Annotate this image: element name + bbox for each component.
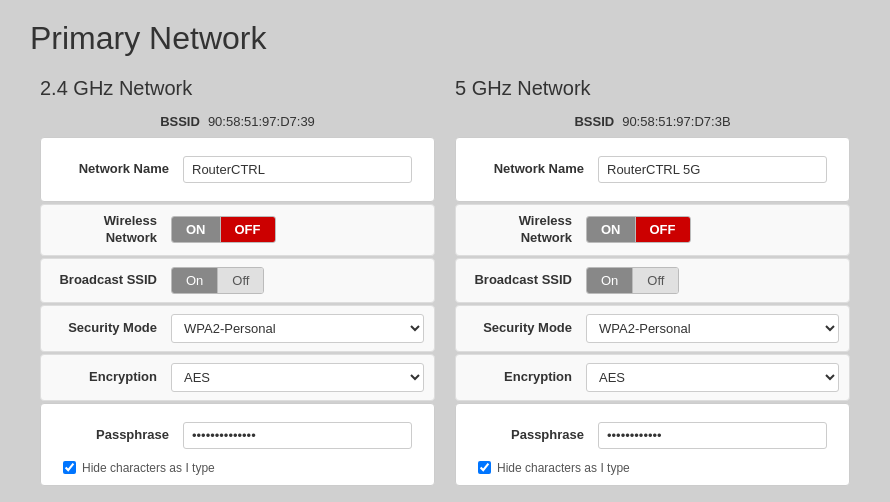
network-24-passphrase-input[interactable] [183, 422, 412, 449]
network-5-hide-chars-label: Hide characters as I type [497, 461, 630, 475]
network-24-passphrase-row: Passphrase [53, 414, 422, 457]
network-5-broadcast-toggle: On Off [586, 267, 679, 294]
network-24-broadcast-control: On Off [171, 267, 424, 294]
network-5-wireless-row: Wireless Network ON OFF [455, 204, 850, 256]
network-24-wireless-label: Wireless Network [51, 213, 171, 247]
network-5-bssid-value: 90:58:51:97:D7:3B [622, 114, 730, 129]
network-24-name-input[interactable] [183, 156, 412, 183]
network-5-heading: 5 GHz Network [455, 77, 850, 100]
network-24-wireless-off-btn[interactable]: OFF [221, 217, 275, 242]
network-5-security-control: WPA2-Personal WPA-Personal WEP None [586, 314, 839, 343]
network-24-wireless-control: ON OFF [171, 216, 424, 243]
network-24-wireless-toggle: ON OFF [171, 216, 276, 243]
network-5-name-card: Network Name [455, 137, 850, 202]
network-24-broadcast-off-btn[interactable]: Off [218, 268, 263, 293]
network-24-encryption-label: Encryption [51, 369, 171, 386]
network-24-bssid-value: 90:58:51:97:D7:39 [208, 114, 315, 129]
network-24-bssid-label: BSSID [160, 114, 200, 129]
network-5-encryption-label: Encryption [466, 369, 586, 386]
network-5-security-row: Security Mode WPA2-Personal WPA-Personal… [455, 305, 850, 352]
network-5-name-row: Network Name [468, 148, 837, 191]
network-24-heading: 2.4 GHz Network [40, 77, 435, 100]
network-24-passphrase-control [183, 422, 412, 449]
network-24-encryption-row: Encryption AES TKIP AES+TKIP [40, 354, 435, 401]
network-24-hide-chars-checkbox[interactable] [63, 461, 76, 474]
network-24-broadcast-toggle: On Off [171, 267, 264, 294]
network-5-name-label: Network Name [478, 161, 598, 178]
network-24-security-row: Security Mode WPA2-Personal WPA-Personal… [40, 305, 435, 352]
network-5-passphrase-control [598, 422, 827, 449]
network-5-name-control [598, 156, 827, 183]
network-24-security-label: Security Mode [51, 320, 171, 337]
network-5-security-select[interactable]: WPA2-Personal WPA-Personal WEP None [586, 314, 839, 343]
network-24-passphrase-label: Passphrase [63, 427, 183, 444]
network-5-wireless-control: ON OFF [586, 216, 839, 243]
network-5-bssid-row: BSSID 90:58:51:97:D7:3B [455, 114, 850, 129]
network-24-broadcast-row: Broadcast SSID On Off [40, 258, 435, 303]
network-24-encryption-select[interactable]: AES TKIP AES+TKIP [171, 363, 424, 392]
network-24-name-control [183, 156, 412, 183]
network-5-hide-chars-checkbox[interactable] [478, 461, 491, 474]
network-24-name-card: Network Name [40, 137, 435, 202]
network-24-passphrase-card: Passphrase Hide characters as I type [40, 403, 435, 486]
network-5-encryption-row: Encryption AES TKIP AES+TKIP [455, 354, 850, 401]
network-5-bssid-label: BSSID [574, 114, 614, 129]
network-24-section: 2.4 GHz Network BSSID 90:58:51:97:D7:39 … [30, 77, 445, 486]
network-5-broadcast-on-btn[interactable]: On [587, 268, 632, 293]
network-5-broadcast-control: On Off [586, 267, 839, 294]
network-5-hide-chars-row: Hide characters as I type [468, 461, 837, 475]
network-5-wireless-on-btn[interactable]: ON [587, 217, 635, 242]
network-24-hide-chars-row: Hide characters as I type [53, 461, 422, 475]
network-24-broadcast-on-btn[interactable]: On [172, 268, 217, 293]
network-5-passphrase-card: Passphrase Hide characters as I type [455, 403, 850, 486]
network-24-bssid-row: BSSID 90:58:51:97:D7:39 [40, 114, 435, 129]
network-5-section: 5 GHz Network BSSID 90:58:51:97:D7:3B Ne… [445, 77, 860, 486]
network-24-encryption-control: AES TKIP AES+TKIP [171, 363, 424, 392]
network-5-wireless-toggle: ON OFF [586, 216, 691, 243]
network-5-encryption-control: AES TKIP AES+TKIP [586, 363, 839, 392]
network-24-security-control: WPA2-Personal WPA-Personal WEP None [171, 314, 424, 343]
network-5-broadcast-label: Broadcast SSID [466, 272, 586, 289]
network-5-passphrase-input[interactable] [598, 422, 827, 449]
network-5-broadcast-row: Broadcast SSID On Off [455, 258, 850, 303]
network-24-wireless-on-btn[interactable]: ON [172, 217, 220, 242]
network-24-security-select[interactable]: WPA2-Personal WPA-Personal WEP None [171, 314, 424, 343]
network-5-name-input[interactable] [598, 156, 827, 183]
network-5-passphrase-label: Passphrase [478, 427, 598, 444]
network-24-name-row: Network Name [53, 148, 422, 191]
network-5-security-label: Security Mode [466, 320, 586, 337]
network-5-encryption-select[interactable]: AES TKIP AES+TKIP [586, 363, 839, 392]
network-24-wireless-row: Wireless Network ON OFF [40, 204, 435, 256]
network-24-hide-chars-label: Hide characters as I type [82, 461, 215, 475]
network-24-broadcast-label: Broadcast SSID [51, 272, 171, 289]
network-24-name-label: Network Name [63, 161, 183, 178]
network-5-wireless-off-btn[interactable]: OFF [636, 217, 690, 242]
networks-container: 2.4 GHz Network BSSID 90:58:51:97:D7:39 … [30, 77, 860, 486]
network-5-passphrase-row: Passphrase [468, 414, 837, 457]
page-title: Primary Network [30, 20, 860, 57]
network-5-broadcast-off-btn[interactable]: Off [633, 268, 678, 293]
network-5-wireless-label: Wireless Network [466, 213, 586, 247]
